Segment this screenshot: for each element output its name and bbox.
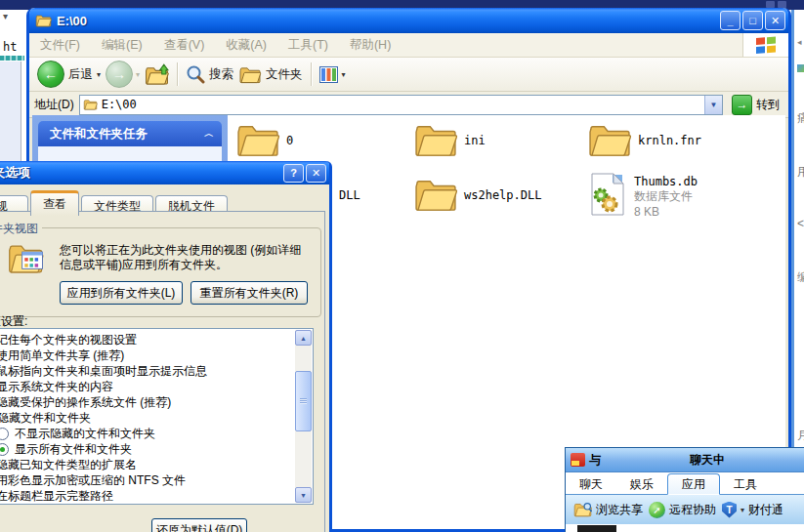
menu-edit[interactable]: 编辑(E) — [91, 37, 153, 54]
maximize-button[interactable]: □ — [742, 11, 763, 30]
forward-dropdown-icon[interactable]: ▾ — [136, 70, 140, 79]
file-item[interactable]: 0 — [235, 121, 293, 158]
restore-defaults-button[interactable]: 还原为默认值(D) — [151, 518, 247, 532]
radio-selected-icon[interactable] — [0, 443, 9, 456]
strip-text-fragment: 痛 — [797, 110, 804, 127]
chat-tab-chat[interactable]: 聊天 — [566, 474, 616, 494]
strip-text-fragment: 用 — [797, 164, 804, 181]
background-window-button[interactable] — [766, 1, 775, 8]
scroll-up-button[interactable]: ▲ — [295, 330, 312, 346]
up-folder-icon — [145, 62, 169, 86]
close-button[interactable]: ✕ — [306, 164, 326, 183]
chevron-up-icon[interactable]: ︿ — [204, 127, 214, 141]
file-name: ini — [464, 134, 486, 158]
go-arrow-icon: → — [732, 95, 752, 115]
forward-button[interactable]: → ▾ — [106, 61, 140, 88]
advanced-setting-row[interactable]: ✓记住每个文件夹的视图设置 — [0, 332, 313, 348]
background-text-fragment: ht — [3, 40, 17, 54]
remote-assist-button[interactable]: ➚ 远程协助 — [649, 502, 716, 518]
chat-window: 与 聊天中 聊天 娱乐 应用 工具 浏览共享 ➚ 远程协助 T ▾ 财付通 — [565, 447, 804, 532]
apply-to-all-folders-button[interactable]: 应用到所有文件夹(L) — [60, 281, 183, 305]
chat-tab-tools[interactable]: 工具 — [720, 474, 771, 494]
chat-toolbar: 浏览共享 ➚ 远程协助 T ▾ 财付通 — [566, 495, 804, 524]
tab-view[interactable]: 查看 — [30, 190, 79, 216]
toolbar: ← 后退 ▾ → ▾ 搜索 文件夹 ▾ — [29, 58, 788, 92]
right-window-edge: ◂ 痛 用 < 编 月 — [791, 10, 804, 447]
advanced-setting-row[interactable]: ✓鼠标指向文件夹和桌面项时显示提示信息 — [0, 363, 313, 379]
tenpay-shield-icon: T — [722, 502, 737, 518]
search-icon — [186, 64, 205, 84]
close-button[interactable]: ✕ — [765, 11, 785, 30]
folder-icon — [83, 99, 98, 110]
back-button[interactable]: ← 后退 ▾ — [37, 61, 101, 88]
reset-all-folders-button[interactable]: 重置所有文件夹(R) — [190, 281, 308, 305]
folder-options-dialog: 文件夹选项 ? ✕ 常规 查看 文件类型 脱机文件 文件夹视图 您可以将正在为此… — [0, 161, 332, 532]
dialog-title: 文件夹选项 — [0, 164, 30, 182]
folder-icon — [35, 14, 52, 27]
address-label: 地址(D) — [34, 97, 74, 113]
up-button[interactable] — [145, 62, 169, 86]
file-item[interactable]: Thumbs.db 数据库文件 8 KB — [587, 172, 698, 219]
chat-tab-apps[interactable]: 应用 — [667, 473, 720, 495]
views-icon — [319, 66, 338, 83]
group-label: 文件夹视图 — [0, 221, 42, 237]
minimize-button[interactable]: _ — [720, 11, 741, 30]
search-button[interactable]: 搜索 — [186, 64, 233, 84]
folders-button[interactable]: 文件夹 — [238, 65, 303, 84]
menu-bar: 文件(F) 编辑(E) 查看(V) 收藏(A) 工具(T) 帮助(H) — [29, 33, 788, 58]
menu-view[interactable]: 查看(V) — [153, 37, 216, 54]
chat-vip-icon — [571, 453, 585, 467]
chat-titlebar[interactable]: 与 聊天中 — [566, 448, 804, 472]
menu-help[interactable]: 帮助(H) — [339, 37, 402, 54]
advanced-setting-row[interactable]: ✓在标题栏显示完整路径 — [0, 488, 313, 504]
advanced-setting-row[interactable]: 隐藏文件和文件夹 — [0, 410, 313, 426]
address-value: E:\00 — [102, 98, 704, 111]
folder-icon — [413, 176, 458, 213]
radio-unselected-icon[interactable] — [0, 428, 9, 440]
folders-icon — [238, 65, 262, 84]
background-window-button[interactable] — [778, 1, 786, 8]
chat-tab-fun[interactable]: 娱乐 — [616, 474, 667, 494]
task-panel-header[interactable]: 文件和文件夹任务 ︿ — [38, 121, 222, 146]
back-dropdown-icon[interactable]: ▾ — [97, 70, 101, 79]
menu-favorites[interactable]: 收藏(A) — [215, 37, 277, 54]
advanced-setting-row[interactable]: 不显示隐藏的文件和文件夹 — [0, 426, 313, 441]
scroll-down-button[interactable]: ▼ — [295, 487, 312, 503]
tenpay-dropdown-icon[interactable]: ▾ — [741, 506, 744, 514]
tenpay-button[interactable]: T ▾ 财付通 — [722, 502, 783, 518]
menu-file[interactable]: 文件(F) — [29, 37, 91, 54]
views-button[interactable]: ▾ — [319, 66, 346, 83]
advanced-setting-row[interactable]: 显示所有文件和文件夹 — [0, 441, 313, 457]
toolbar-separator — [311, 62, 312, 86]
advanced-setting-row[interactable]: 使用简单文件共享 (推荐) — [0, 348, 313, 363]
file-name: 0 — [286, 134, 293, 158]
advanced-setting-row[interactable]: 隐藏已知文件类型的扩展名 — [0, 457, 313, 472]
browse-share-button[interactable]: 浏览共享 — [573, 502, 643, 518]
help-button[interactable]: ? — [283, 164, 304, 183]
scroll-thumb[interactable] — [295, 371, 312, 431]
folder-icon — [235, 121, 280, 158]
views-dropdown-icon[interactable]: ▾ — [342, 70, 346, 79]
menu-tools[interactable]: 工具(T) — [277, 37, 339, 54]
explorer-titlebar[interactable]: E:\00 _ □ ✕ — [29, 8, 788, 33]
chat-image-thumbnail[interactable] — [577, 525, 616, 532]
dialog-titlebar[interactable]: 文件夹选项 ? ✕ — [0, 161, 329, 184]
strip-caret-icon: ◂ — [797, 37, 802, 47]
advanced-setting-row[interactable]: 隐藏受保护的操作系统文件 (推荐) — [0, 394, 313, 410]
advanced-setting-row[interactable]: ✓用彩色显示加密或压缩的 NTFS 文件 — [0, 472, 313, 488]
file-type: 数据库文件 — [634, 188, 698, 205]
advanced-setting-row[interactable]: ✓显示系统文件夹的内容 — [0, 379, 313, 394]
file-name[interactable]: DLL — [339, 188, 360, 202]
folder-view-icon — [8, 241, 45, 276]
scrollbar[interactable]: ▲ ▼ — [295, 330, 312, 503]
advanced-settings-list[interactable]: ✓记住每个文件夹的视图设置 使用简单文件共享 (推荐) ✓鼠标指向文件夹和桌面项… — [0, 328, 314, 505]
dropdown-caret-icon[interactable]: ▾ — [3, 11, 8, 21]
address-dropdown-button[interactable]: ▼ — [704, 96, 722, 114]
address-input[interactable]: E:\00 ▼ — [79, 95, 723, 115]
strip-text-fragment: 月 — [797, 428, 804, 444]
file-item[interactable]: ws2help.DLL — [413, 176, 541, 213]
file-item[interactable]: ini — [413, 121, 486, 158]
file-item[interactable]: krnln.fnr — [587, 121, 701, 158]
go-button[interactable]: → 转到 — [732, 95, 780, 115]
chat-title-prefix: 与 — [589, 452, 601, 469]
